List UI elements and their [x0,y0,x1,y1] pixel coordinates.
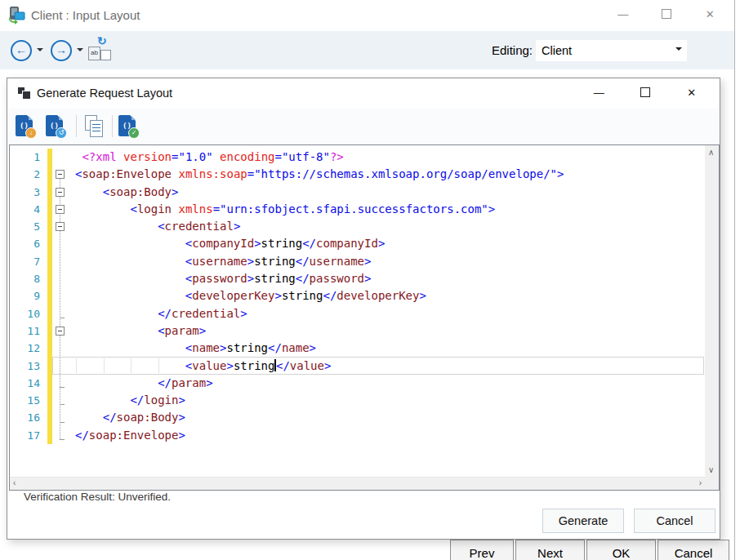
dialog-titlebar: Generate Request Layout — ✕ [7,78,720,109]
chevron-down-icon[interactable] [675,47,682,54]
code-text: </param> [70,375,213,392]
code-text: <password>string</password> [70,270,371,287]
copy-button[interactable] [84,115,104,137]
editor-content[interactable]: 1 <?xml version="1.0" encoding="utf-8"?>… [10,145,719,490]
code-text: </soap:Body> [70,409,185,426]
dialog-maximize-button[interactable] [622,78,669,109]
fold-margin [52,235,70,252]
generate-request-layout-dialog: Generate Request Layout — ✕ () ↓ () ↺ ()… [7,78,720,540]
dialog-toolbar: () ↓ () ↺ () ✓ [7,109,720,144]
code-line[interactable]: 3 <soap:Body> [10,184,719,201]
line-number: 2 [10,166,47,183]
main-minimize-button[interactable]: — [601,0,644,31]
code-line[interactable]: 16 </soap:Body> [10,409,719,426]
copy-front-page-icon [90,120,103,137]
rename-box-icon [100,50,111,60]
fold-collapse-box[interactable] [56,222,65,231]
code-text: <developerKey>string</developerKey> [70,287,426,304]
scroll-right-icon[interactable]: › [699,479,702,487]
line-number: 14 [10,375,47,392]
xml-editor[interactable]: 1 <?xml version="1.0" encoding="utf-8"?>… [9,144,720,491]
vertical-scrollbar[interactable]: ∧ ∨ [705,145,719,478]
fold-margin [52,375,70,392]
fold-collapse-box[interactable] [56,205,65,214]
dialog-icon [18,87,31,100]
code-line[interactable]: 6 <companyId>string</companyId> [10,235,719,252]
fold-collapse-box[interactable] [56,188,65,197]
dialog-cancel-button[interactable]: Cancel [634,509,715,533]
main-maximize-button[interactable] [644,0,688,31]
code-line[interactable]: 11 <param> [10,322,719,340]
horizontal-scrollbar[interactable]: ‹ › [10,477,705,490]
code-text: <username>string</username> [70,253,371,270]
code-text: </credential> [70,305,247,322]
code-line[interactable]: 1 <?xml version="1.0" encoding="utf-8"?> [10,149,719,166]
code-line[interactable]: 5 <credential> [10,218,719,235]
main-window-title: Client : Input Layout [31,0,140,31]
code-text: <soap:Envelope xmlns:soap="https://schem… [70,166,564,183]
refresh-arrow-icon: ↻ [97,34,107,47]
cancel-button[interactable]: Cancel [658,540,729,560]
code-text: </soap:Envelope> [70,427,185,444]
scroll-down-icon[interactable]: ∨ [708,466,714,474]
bottom-button-row: PrevNextOKCancel [450,540,729,560]
verify-xml-button[interactable]: () ✓ [118,115,136,136]
main-toolbar: ← → ab ↻ Editing: Client [0,31,734,69]
code-line[interactable]: 7 <username>string</username> [10,253,719,270]
app-icon [7,5,26,24]
rename-layout-button[interactable]: ab ↻ [88,38,114,62]
code-line[interactable]: 15 </login> [10,392,719,409]
reload-xml-button[interactable]: () ↺ [46,115,63,136]
maximize-icon [640,87,650,97]
main-window-titlebar: Client : Input Layout — ✕ [0,0,734,31]
dialog-minimize-button[interactable]: — [576,78,622,109]
scrollbar-corner [705,478,719,490]
fold-collapse-box[interactable] [56,327,65,336]
line-number: 13 [10,358,47,375]
download-badge-icon: ↓ [25,127,37,139]
toolbar-separator [76,115,77,137]
prev-button[interactable]: Prev [450,540,514,560]
code-text: <param> [70,322,206,340]
code-line[interactable]: 13 <value>string</value> [10,358,719,375]
main-close-button[interactable]: ✕ [689,0,732,31]
code-text: </login> [70,392,185,409]
generate-button[interactable]: Generate [542,509,624,533]
fold-margin [52,287,70,304]
line-number: 12 [10,340,47,357]
fold-margin [52,392,70,409]
back-dropdown-icon[interactable] [37,48,43,55]
forward-dropdown-icon[interactable] [77,48,83,55]
save-xml-button[interactable]: () ↓ [16,115,33,136]
code-line[interactable]: 9 <developerKey>string</developerKey> [10,287,719,304]
code-line[interactable]: 17</soap:Envelope> [10,427,719,444]
forward-button[interactable]: → [51,40,72,61]
code-text: <login xmlns="urn:sfobject.sfapi.success… [70,201,495,218]
rename-ab-icon: ab [88,47,100,60]
editing-combobox[interactable]: Client [536,40,687,61]
scroll-up-icon[interactable]: ∧ [708,149,714,157]
window-right-border [734,0,735,560]
code-line[interactable]: 14 </param> [10,375,719,392]
line-number: 17 [10,427,47,444]
code-line[interactable]: 8 <password>string</password> [10,270,719,287]
scroll-left-icon[interactable]: ‹ [13,479,16,487]
back-button[interactable]: ← [11,40,32,61]
ok-button[interactable]: OK [586,540,656,560]
fold-margin [52,427,70,444]
dialog-close-button[interactable]: ✕ [668,78,715,109]
line-number: 1 [10,149,47,166]
maximize-icon [662,9,671,19]
code-line[interactable]: 12 <name>string</name> [10,340,719,357]
code-text: <companyId>string</companyId> [70,235,385,252]
fold-margin [52,149,70,166]
code-line[interactable]: 2<soap:Envelope xmlns:soap="https://sche… [10,166,719,183]
code-line[interactable]: 10 </credential> [10,305,719,322]
fold-margin [52,340,70,357]
code-line[interactable]: 4 <login xmlns="urn:sfobject.sfapi.succe… [10,201,719,218]
next-button[interactable]: Next [515,540,585,560]
code-text: <?xml version="1.0" encoding="utf-8"?> [70,149,344,166]
line-number: 4 [10,201,47,218]
check-badge-icon: ✓ [128,127,140,139]
fold-collapse-box[interactable] [56,170,65,179]
